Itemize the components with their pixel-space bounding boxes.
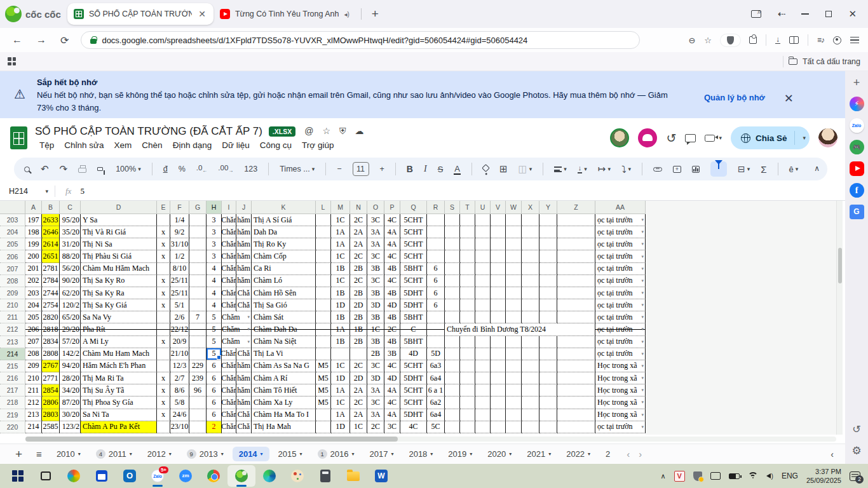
- cell-Q215[interactable]: 5CHT: [400, 360, 427, 372]
- cell-F216[interactable]: 2/7: [170, 372, 189, 384]
- cell-V209[interactable]: [491, 287, 506, 299]
- cell-K215[interactable]: Chàm As Sa Na G: [252, 360, 316, 372]
- cell-C211[interactable]: 65/20: [60, 311, 81, 323]
- cell-S216[interactable]: [445, 372, 460, 384]
- cell-G212[interactable]: [189, 323, 207, 336]
- cell-G214[interactable]: [189, 348, 207, 360]
- cell-AA213[interactable]: ọc tại trườn▾: [595, 336, 646, 348]
- cell-S207[interactable]: [445, 263, 460, 275]
- cell-T213[interactable]: [460, 336, 475, 348]
- sheet-tab-2020[interactable]: 2020▾: [481, 447, 518, 461]
- cell-O210[interactable]: 3D: [367, 299, 384, 311]
- horizontal-scrollbar[interactable]: [25, 437, 836, 442]
- start-button[interactable]: [4, 465, 32, 487]
- cell-I217[interactable]: Chăr: [222, 384, 236, 396]
- row-header-203[interactable]: 203: [0, 214, 25, 226]
- cell-S205[interactable]: [445, 238, 460, 250]
- cell-Z215[interactable]: [557, 360, 595, 372]
- cell-A217[interactable]: 211: [25, 384, 42, 396]
- cell-M208[interactable]: 1C: [331, 275, 350, 287]
- sheet-tab-2013[interactable]: 92013▾: [180, 447, 230, 461]
- dropdown-caret-icon[interactable]: ▾: [641, 229, 645, 234]
- cell-K218[interactable]: Chàm Xa Ly: [252, 396, 316, 409]
- cell-G213[interactable]: [189, 336, 207, 348]
- cell-C205[interactable]: 31/20: [60, 238, 81, 250]
- close-window-button[interactable]: ✕: [848, 8, 857, 20]
- font-select[interactable]: Times ...▾: [280, 165, 315, 173]
- cell-L206[interactable]: [316, 250, 331, 262]
- file-explorer-icon[interactable]: [339, 465, 367, 487]
- row-header-210[interactable]: 210: [0, 299, 25, 311]
- paint-format-icon[interactable]: [97, 167, 103, 171]
- cell-G206[interactable]: [189, 250, 207, 262]
- cell-O212[interactable]: 1C: [367, 323, 384, 336]
- cell-R207[interactable]: 6: [427, 263, 445, 275]
- cell-H203[interactable]: 3: [207, 214, 222, 226]
- cell-Z213[interactable]: [557, 336, 595, 348]
- cell-G211[interactable]: 7: [189, 311, 207, 323]
- cell-C209[interactable]: 62/20: [60, 287, 81, 299]
- dropdown-caret-icon[interactable]: ▾: [641, 254, 645, 259]
- cell-E213[interactable]: x: [157, 336, 170, 348]
- cell-G219[interactable]: [189, 409, 207, 421]
- font-size-input[interactable]: 11: [353, 162, 369, 176]
- cell-T214[interactable]: [460, 348, 475, 360]
- cell-O215[interactable]: 3C: [367, 360, 384, 372]
- cell-S220[interactable]: [445, 421, 460, 433]
- cell-F217[interactable]: 8/6: [170, 384, 189, 396]
- column-header-C[interactable]: C: [60, 201, 81, 214]
- text-color-icon[interactable]: A: [454, 164, 461, 175]
- dropdown-caret-icon[interactable]: ▾: [641, 302, 645, 308]
- cell-X211[interactable]: [522, 311, 539, 323]
- cell-E207[interactable]: [157, 263, 170, 275]
- cell-V220[interactable]: [491, 421, 506, 433]
- cell-W215[interactable]: [506, 360, 522, 372]
- cell-A216[interactable]: 210: [25, 372, 42, 384]
- row-header-211[interactable]: 211: [0, 311, 25, 323]
- cell-A208[interactable]: 202: [25, 275, 42, 287]
- google-translate-icon[interactable]: G: [850, 205, 864, 219]
- cell-R208[interactable]: 6: [427, 275, 445, 287]
- cell-I207[interactable]: Chăr: [222, 263, 236, 275]
- cell-C219[interactable]: 30/20: [60, 409, 81, 421]
- zalo-icon[interactable]: Zalo: [850, 118, 864, 133]
- cell-N210[interactable]: 2D: [350, 299, 367, 311]
- dropdown-caret-icon[interactable]: ▾: [641, 266, 645, 271]
- cell-B211[interactable]: 2820: [42, 311, 60, 323]
- cell-L210[interactable]: [316, 299, 331, 311]
- cell-V204[interactable]: [491, 226, 506, 238]
- tab-groups-icon[interactable]: [8, 57, 16, 65]
- column-header-L[interactable]: L: [316, 201, 331, 214]
- sheet-tab-menu-icon[interactable]: ▾: [588, 451, 590, 457]
- row-header-215[interactable]: 215: [0, 360, 25, 372]
- cell-U211[interactable]: [475, 311, 491, 323]
- row-header-220[interactable]: 220: [0, 421, 25, 433]
- cell-F219[interactable]: 24/6: [170, 409, 189, 421]
- cell-C204[interactable]: 35/20: [60, 226, 81, 238]
- cell-J205[interactable]: hăm: [236, 238, 252, 250]
- cell-AA215[interactable]: Học trong xã▾: [595, 360, 646, 372]
- dropdown-caret-icon[interactable]: ▾: [247, 327, 251, 332]
- cell-Q214[interactable]: 4D: [400, 348, 427, 360]
- column-header-D[interactable]: D: [81, 201, 157, 214]
- cloud-status-icon[interactable]: ☁: [355, 126, 363, 137]
- cell-Y204[interactable]: [539, 226, 557, 238]
- dropdown-caret-icon[interactable]: ▾: [641, 217, 645, 222]
- cell-M213[interactable]: 1B: [331, 336, 350, 348]
- cell-L220[interactable]: [316, 421, 331, 433]
- column-header-R[interactable]: R: [427, 201, 445, 214]
- cell-W210[interactable]: [506, 299, 522, 311]
- cell-Z219[interactable]: [557, 409, 595, 421]
- cell-B216[interactable]: 2771: [42, 372, 60, 384]
- cell-V219[interactable]: [491, 409, 506, 421]
- row-header-208[interactable]: 208: [0, 275, 25, 287]
- cell-D219[interactable]: Sa Ni Ta: [81, 409, 157, 421]
- cell-C217[interactable]: 34/20: [60, 384, 81, 396]
- strikethrough-icon[interactable]: S: [438, 165, 444, 174]
- cell-P219[interactable]: 4A: [384, 409, 400, 421]
- cell-E203[interactable]: [157, 214, 170, 226]
- cell-W207[interactable]: [506, 263, 522, 275]
- cell-Y205[interactable]: [539, 238, 557, 250]
- cell-G207[interactable]: [189, 263, 207, 275]
- cell-M207[interactable]: 1B: [331, 263, 350, 275]
